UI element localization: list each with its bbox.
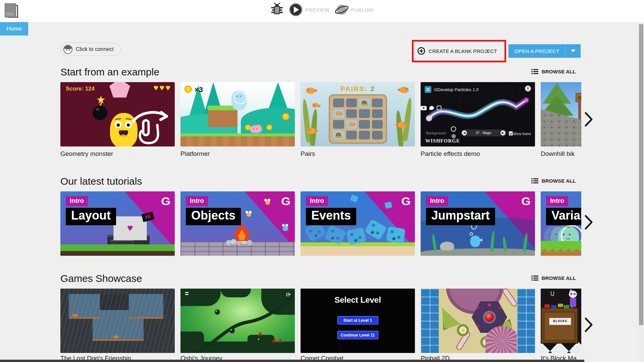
project-manager-icon[interactable] (5, 3, 19, 19)
top-toolbar: PREVIEW PUBLISH (0, 0, 644, 22)
hearts-icon (153, 83, 171, 93)
hook (551, 291, 554, 296)
showcase-card-pinball[interactable] (421, 289, 535, 353)
examples-browse-all-button[interactable]: BROWSE ALL (531, 69, 576, 74)
tutorial-card-jumpstart[interactable]: G Intro Jumpstart (421, 191, 535, 256)
tutorial-card-events[interactable]: G Intro Events (301, 191, 415, 256)
project-manager-icon-front (5, 3, 16, 17)
seaweed (310, 109, 318, 146)
tutorials-browse-all-button[interactable]: BROWSE ALL (531, 178, 576, 184)
sand-floor (421, 248, 535, 256)
platform-block (208, 108, 237, 127)
showcase-browse-all-button[interactable]: BROWSE ALL (531, 275, 576, 281)
select-level-title: Select Level (301, 295, 415, 305)
create-blank-project-button[interactable]: CREATE A BLANK PROJECT (417, 44, 497, 58)
preview-label: PREVIEW (305, 7, 330, 13)
ground (541, 241, 581, 256)
wishforge-brand: WISHFORGE (425, 138, 460, 144)
card-label: Platformer (180, 150, 296, 158)
chevron-down-icon (571, 50, 576, 52)
tile-column (421, 289, 439, 353)
restart-icon (286, 291, 291, 298)
effect-selector: ◀ 07 - Magic ▶ (461, 129, 506, 136)
avatar-icon (63, 45, 72, 54)
preview-button[interactable]: PREVIEW (289, 3, 330, 17)
scrollbar-thumb[interactable] (639, 24, 643, 325)
debug-button[interactable] (270, 3, 284, 17)
card-label: Downhill bik (541, 150, 581, 158)
showcase-section-title: Games Showcase (60, 273, 142, 284)
open-project-main[interactable]: OPEN A PROJECT (508, 44, 565, 58)
showcase-card-lost-dog[interactable] (60, 289, 175, 353)
berry (215, 309, 220, 315)
fish-character (470, 236, 480, 247)
seaweed (302, 99, 312, 143)
example-card-geometry-monster[interactable]: Score: 124 (60, 82, 175, 146)
showcase-next-chevron[interactable] (584, 317, 593, 333)
bee-sprite (247, 213, 251, 217)
vertical-scrollbar[interactable] (638, 22, 644, 362)
list-icon (531, 275, 538, 281)
layer-knob (451, 126, 456, 132)
list-icon (531, 69, 538, 74)
examples-next-chevron[interactable] (584, 112, 593, 127)
fish-sprite (306, 87, 315, 94)
showcase-card-blocks[interactable]: BLOCKS (541, 289, 581, 353)
showcase-carousel: Select Level Start at Level 1 Continue L… (60, 289, 581, 353)
example-card-platformer[interactable]: ×3 (180, 82, 295, 146)
swipe-hand-icon (129, 108, 173, 145)
intro-badge: Intro (66, 196, 88, 206)
showcase-card-oshi[interactable] (180, 289, 295, 353)
tile-column (517, 289, 535, 353)
example-card-particle-effects[interactable]: G GDevelop Particles 1.0 Background (421, 82, 535, 146)
tumbling-sprite (364, 219, 387, 240)
open-project-dropdown[interactable] (565, 44, 581, 58)
coin-icon (184, 85, 192, 93)
hill-shape (241, 108, 295, 134)
example-card-pairs[interactable]: PAIRS: 2 (301, 82, 415, 146)
intro-badge: Intro (306, 196, 328, 206)
effect-name: 07 - Magic (476, 131, 492, 135)
campfire-flame (234, 224, 250, 241)
toy-blocks (544, 304, 550, 308)
hud-marks (185, 292, 189, 293)
coin-icon (282, 113, 289, 120)
bottom-divider (0, 360, 584, 362)
tutorial-card-variables[interactable]: G +1 Intro Variab (541, 191, 581, 256)
tutorial-title: Objects (186, 208, 241, 225)
tutorial-card-objects[interactable]: G Intro Objects (180, 191, 295, 256)
start-level-button: Start at Level 1 (337, 316, 378, 324)
coin-count-text: ×3 (195, 85, 203, 94)
slime-sprite (250, 125, 262, 133)
astronaut-character (231, 91, 247, 110)
connect-button[interactable]: Click to connect (60, 43, 121, 56)
puppet-body (570, 298, 576, 307)
continue-level-button: Continue Level 11 (337, 331, 378, 339)
gdevelop-logo: G (281, 195, 290, 208)
tab-home[interactable]: Home (0, 22, 28, 36)
bomb (93, 106, 107, 120)
pairs-board (329, 94, 387, 144)
tutorials-next-chevron[interactable] (584, 215, 593, 230)
tutorial-card-layout[interactable]: G Hi Intro Layout (60, 191, 175, 256)
toolbar-center: PREVIEW PUBLISH (270, 3, 374, 17)
tutorial-title: Events (306, 208, 356, 225)
fire-stones (231, 239, 236, 244)
example-card-downhill[interactable]: G (541, 82, 581, 146)
puppet-head (569, 291, 577, 298)
berry (257, 338, 261, 342)
dresser: BLOCKS (541, 307, 578, 344)
fish-sprite (307, 128, 316, 134)
youtube-icon (421, 106, 427, 110)
pairs-count: 2 (370, 85, 375, 93)
ground (301, 246, 415, 256)
intro-badge: Intro (426, 196, 448, 206)
card-label: Particle effects demo (421, 150, 536, 158)
publish-button[interactable]: PUBLISH (335, 3, 374, 17)
connect-label: Click to connect (76, 46, 114, 52)
open-project-label: OPEN A PROJECT (515, 48, 559, 54)
showcase-browse-all-label: BROWSE ALL (542, 275, 576, 281)
pentagon-shape (109, 82, 130, 98)
showcase-card-comet[interactable]: Select Level Start at Level 1 Continue L… (301, 289, 415, 353)
rock (440, 242, 454, 250)
